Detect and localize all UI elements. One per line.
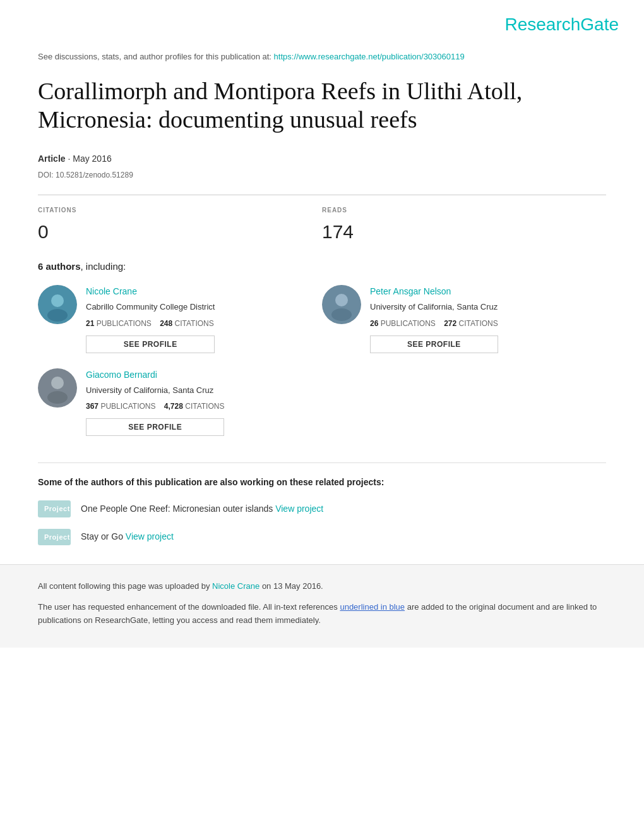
author-name-giacomo[interactable]: Giacomo Bernardi <box>86 368 224 382</box>
svg-point-5 <box>331 308 352 321</box>
footer-underlined-link[interactable]: underlined in blue <box>340 602 405 612</box>
svg-point-2 <box>47 309 68 322</box>
see-profile-nicole[interactable]: SEE PROFILE <box>86 335 215 353</box>
author-card-nicole: Nicole Crane Cabrillo Community College … <box>38 285 322 353</box>
footer: All content following this page was uplo… <box>0 564 644 647</box>
svg-point-1 <box>51 294 64 307</box>
author-info-giacomo: Giacomo Bernardi University of Californi… <box>86 368 224 437</box>
divider-1 <box>38 195 606 195</box>
svg-point-7 <box>51 377 64 389</box>
reads-block: READS 174 <box>322 205 606 246</box>
project-badge-2: Project <box>38 529 71 546</box>
author-info-nicole: Nicole Crane Cabrillo Community College … <box>86 285 215 353</box>
avatar-nicole <box>38 285 77 324</box>
article-type: Article · May 2016 <box>38 152 606 166</box>
project-item-1: Project One People One Reef: Micronesian… <box>38 500 606 517</box>
see-discussions-text: See discussions, stats, and author profi… <box>38 51 606 63</box>
reads-value: 174 <box>322 217 606 246</box>
svg-point-8 <box>47 391 68 404</box>
publication-url[interactable]: https://www.researchgate.net/publication… <box>274 52 465 61</box>
author-stats-nicole: 21 PUBLICATIONS 248 CITATIONS <box>86 318 215 329</box>
avatar-giacomo <box>38 368 77 408</box>
author-affiliation-nicole: Cabrillo Community College District <box>86 301 215 313</box>
see-profile-giacomo[interactable]: SEE PROFILE <box>86 418 224 436</box>
author-card-peter: Peter Ansgar Nelson University of Califo… <box>322 285 606 353</box>
author-stats-giacomo: 367 PUBLICATIONS 4,728 CITATIONS <box>86 401 224 412</box>
footer-note: The user has requested enhancement of th… <box>38 601 606 627</box>
author-affiliation-giacomo: University of California, Santa Cruz <box>86 384 224 397</box>
related-heading: Some of the authors of this publication … <box>38 476 606 489</box>
project-text-1: One People One Reef: Micronesian outer i… <box>81 502 323 516</box>
authors-grid: Nicole Crane Cabrillo Community College … <box>38 285 606 451</box>
author-name-nicole[interactable]: Nicole Crane <box>86 285 215 298</box>
header: ResearchGate <box>0 0 644 44</box>
authors-heading: 6 authors, including: <box>38 260 606 274</box>
researchgate-logo: ResearchGate <box>504 11 619 38</box>
project-item-2: Project Stay or Go View project <box>38 529 606 546</box>
avatar-peter <box>322 285 361 324</box>
related-projects: Some of the authors of this publication … <box>38 462 606 545</box>
author-card-giacomo: Giacomo Bernardi University of Californi… <box>38 368 322 437</box>
view-project-2[interactable]: View project <box>126 531 174 541</box>
citations-value: 0 <box>38 217 322 246</box>
project-badge-1: Project <box>38 500 71 517</box>
author-info-peter: Peter Ansgar Nelson University of Califo… <box>370 285 498 353</box>
citations-block: CITATIONS 0 <box>38 205 322 246</box>
footer-uploader-link[interactable]: Nicole Crane <box>212 581 259 591</box>
article-meta: Article · May 2016 <box>38 152 606 166</box>
see-profile-peter[interactable]: SEE PROFILE <box>370 335 498 353</box>
author-stats-peter: 26 PUBLICATIONS 272 CITATIONS <box>370 318 498 329</box>
stats-row: CITATIONS 0 READS 174 <box>38 205 606 246</box>
citations-label: CITATIONS <box>38 205 322 215</box>
author-name-peter[interactable]: Peter Ansgar Nelson <box>370 285 498 298</box>
author-affiliation-peter: University of California, Santa Cruz <box>370 301 498 313</box>
main-content: See discussions, stats, and author profi… <box>0 44 644 545</box>
reads-label: READS <box>322 205 606 215</box>
authors-section: 6 authors, including: Nicole Crane <box>38 260 606 452</box>
svg-point-4 <box>335 294 348 306</box>
doi: DOI: 10.5281/zenodo.51289 <box>38 169 606 181</box>
footer-upload-line: All content following this page was uplo… <box>38 580 606 593</box>
project-text-2: Stay or Go View project <box>81 530 174 543</box>
article-title: Corallimorph and Montipora Reefs in Ulit… <box>38 77 606 135</box>
view-project-1[interactable]: View project <box>275 504 323 514</box>
